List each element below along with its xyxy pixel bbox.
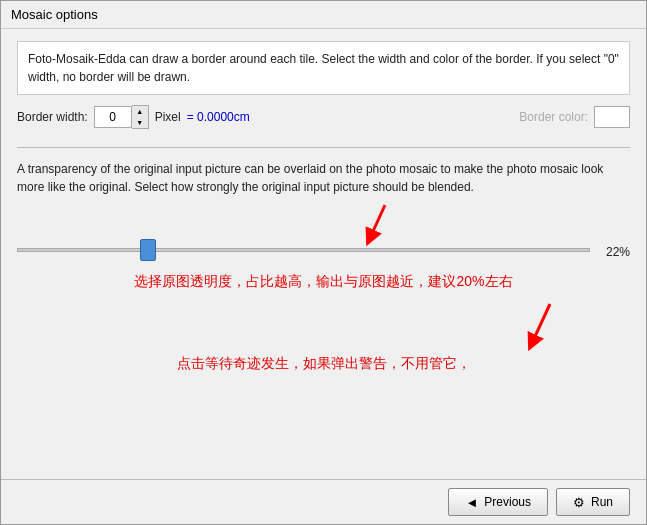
arrow-down-svg-2 (510, 299, 570, 354)
svg-line-1 (370, 205, 385, 238)
spin-buttons: ▲ ▼ (132, 105, 149, 129)
border-row: Border width: ▲ ▼ Pixel = 0.0000cm Borde… (17, 105, 630, 129)
transparency-description: A transparency of the original input pic… (17, 160, 630, 196)
slider-container (17, 240, 590, 263)
percent-label: 22% (598, 245, 630, 259)
border-color-label: Border color: (519, 110, 588, 124)
divider-1 (17, 147, 630, 148)
run-button[interactable]: ⚙ Run (556, 488, 630, 516)
main-window: Mosaic options Foto-Mosaik-Edda can draw… (0, 0, 647, 525)
pixel-label: Pixel (155, 110, 181, 124)
svg-line-3 (532, 304, 550, 343)
cm-value: = 0.0000cm (187, 110, 250, 124)
spin-up-button[interactable]: ▲ (132, 106, 148, 117)
arrow-1-container (17, 210, 630, 240)
info-box: Foto-Mosaik-Edda can draw a border aroun… (17, 41, 630, 95)
bottom-bar: ◄ Previous ⚙ Run (1, 479, 646, 524)
border-color-section: Border color: (519, 106, 630, 128)
arrow-2 (510, 299, 570, 357)
previous-icon: ◄ (465, 495, 478, 510)
content-area: Foto-Mosaik-Edda can draw a border aroun… (1, 29, 646, 479)
window-title: Mosaic options (11, 7, 98, 22)
border-width-input[interactable] (94, 106, 132, 128)
arrow-2-container (17, 299, 630, 349)
border-color-swatch[interactable] (594, 106, 630, 128)
run-label: Run (591, 495, 613, 509)
transparency-slider[interactable] (17, 240, 590, 260)
border-width-label: Border width: (17, 110, 88, 124)
slider-row: 22% (17, 240, 630, 263)
border-width-input-group: ▲ ▼ (94, 105, 149, 129)
previous-button[interactable]: ◄ Previous (448, 488, 548, 516)
title-bar: Mosaic options (1, 1, 646, 29)
chinese-hint-1: 选择原图透明度，占比越高，输出与原图越近，建议20%左右 (17, 273, 630, 291)
previous-label: Previous (484, 495, 531, 509)
chinese-hint-2: 点击等待奇迹发生，如果弹出警告，不用管它， (17, 355, 630, 373)
info-text: Foto-Mosaik-Edda can draw a border aroun… (28, 52, 619, 84)
run-icon: ⚙ (573, 495, 585, 510)
spin-down-button[interactable]: ▼ (132, 117, 148, 128)
